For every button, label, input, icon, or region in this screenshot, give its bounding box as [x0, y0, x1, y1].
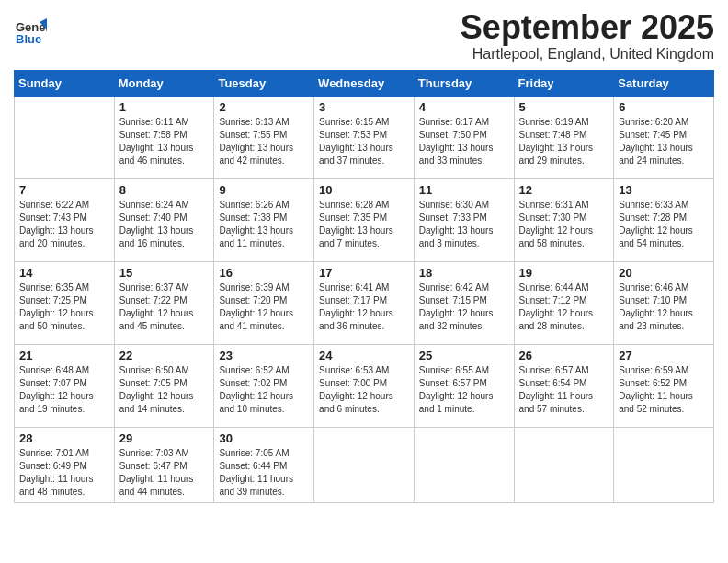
logo-icon: General Blue [14, 15, 47, 48]
day-number: 14 [19, 266, 109, 280]
calendar-cell: 10Sunrise: 6:28 AM Sunset: 7:35 PM Dayli… [314, 178, 415, 261]
day-number: 28 [19, 431, 109, 445]
calendar-cell: 3Sunrise: 6:15 AM Sunset: 7:53 PM Daylig… [314, 96, 415, 178]
day-number: 17 [319, 266, 409, 280]
calendar-cell [314, 427, 415, 502]
calendar-cell: 21Sunrise: 6:48 AM Sunset: 7:07 PM Dayli… [15, 344, 115, 427]
day-number: 12 [519, 183, 609, 197]
day-number: 11 [419, 183, 509, 197]
calendar-cell: 18Sunrise: 6:42 AM Sunset: 7:15 PM Dayli… [414, 261, 514, 344]
calendar-cell: 15Sunrise: 6:37 AM Sunset: 7:22 PM Dayli… [114, 261, 214, 344]
day-info: Sunrise: 6:26 AM Sunset: 7:38 PM Dayligh… [219, 199, 309, 250]
day-info: Sunrise: 6:41 AM Sunset: 7:17 PM Dayligh… [319, 282, 409, 333]
calendar-cell: 26Sunrise: 6:57 AM Sunset: 6:54 PM Dayli… [514, 344, 614, 427]
day-info: Sunrise: 6:31 AM Sunset: 7:30 PM Dayligh… [519, 199, 609, 250]
calendar-cell: 17Sunrise: 6:41 AM Sunset: 7:17 PM Dayli… [314, 261, 415, 344]
calendar-cell: 13Sunrise: 6:33 AM Sunset: 7:28 PM Dayli… [614, 178, 714, 261]
day-info: Sunrise: 6:22 AM Sunset: 7:43 PM Dayligh… [19, 199, 109, 250]
calendar-cell: 25Sunrise: 6:55 AM Sunset: 6:57 PM Dayli… [414, 344, 514, 427]
day-info: Sunrise: 6:17 AM Sunset: 7:50 PM Dayligh… [419, 116, 509, 167]
calendar-cell: 2Sunrise: 6:13 AM Sunset: 7:55 PM Daylig… [214, 96, 314, 178]
weekday-header-wednesday: Wednesday [314, 70, 415, 96]
calendar-cell: 22Sunrise: 6:50 AM Sunset: 7:05 PM Dayli… [114, 344, 214, 427]
day-info: Sunrise: 7:03 AM Sunset: 6:47 PM Dayligh… [119, 447, 210, 499]
calendar-week-5: 28Sunrise: 7:01 AM Sunset: 6:49 PM Dayli… [15, 427, 714, 502]
calendar-week-1: 1Sunrise: 6:11 AM Sunset: 7:58 PM Daylig… [15, 96, 714, 178]
calendar-week-2: 7Sunrise: 6:22 AM Sunset: 7:43 PM Daylig… [15, 178, 714, 261]
day-number: 8 [119, 183, 210, 197]
calendar-cell [514, 427, 614, 502]
day-number: 24 [319, 349, 409, 362]
svg-text:Blue: Blue [16, 32, 41, 46]
calendar-cell: 7Sunrise: 6:22 AM Sunset: 7:43 PM Daylig… [15, 178, 115, 261]
weekday-header-monday: Monday [114, 70, 214, 96]
weekday-header-tuesday: Tuesday [214, 70, 314, 96]
day-info: Sunrise: 7:05 AM Sunset: 6:44 PM Dayligh… [219, 447, 309, 499]
day-number: 18 [419, 266, 509, 280]
calendar-cell: 5Sunrise: 6:19 AM Sunset: 7:48 PM Daylig… [514, 96, 614, 178]
calendar-cell: 6Sunrise: 6:20 AM Sunset: 7:45 PM Daylig… [614, 96, 714, 178]
day-number: 13 [619, 183, 709, 197]
calendar-cell: 27Sunrise: 6:59 AM Sunset: 6:52 PM Dayli… [614, 344, 714, 427]
day-info: Sunrise: 7:01 AM Sunset: 6:49 PM Dayligh… [19, 447, 109, 499]
day-info: Sunrise: 6:48 AM Sunset: 7:07 PM Dayligh… [19, 364, 109, 416]
day-info: Sunrise: 6:19 AM Sunset: 7:48 PM Dayligh… [519, 116, 609, 167]
weekday-header-friday: Friday [514, 70, 614, 96]
day-info: Sunrise: 6:35 AM Sunset: 7:25 PM Dayligh… [19, 282, 109, 333]
calendar-cell: 19Sunrise: 6:44 AM Sunset: 7:12 PM Dayli… [514, 261, 614, 344]
day-info: Sunrise: 6:20 AM Sunset: 7:45 PM Dayligh… [619, 116, 709, 167]
page-header: General Blue September 2025 Hartlepool, … [14, 9, 714, 63]
calendar-cell [15, 96, 115, 178]
day-info: Sunrise: 6:52 AM Sunset: 7:02 PM Dayligh… [219, 364, 309, 416]
day-number: 7 [19, 183, 109, 197]
day-info: Sunrise: 6:11 AM Sunset: 7:58 PM Dayligh… [119, 116, 210, 167]
weekday-header-saturday: Saturday [614, 70, 714, 96]
day-number: 30 [219, 431, 309, 445]
day-number: 29 [119, 431, 210, 445]
weekday-header-thursday: Thursday [414, 70, 514, 96]
calendar-cell: 28Sunrise: 7:01 AM Sunset: 6:49 PM Dayli… [15, 427, 115, 502]
calendar-week-4: 21Sunrise: 6:48 AM Sunset: 7:07 PM Dayli… [15, 344, 714, 427]
day-number: 25 [419, 349, 509, 362]
calendar-cell [614, 427, 714, 502]
calendar-cell: 1Sunrise: 6:11 AM Sunset: 7:58 PM Daylig… [114, 96, 214, 178]
day-number: 3 [319, 100, 409, 114]
calendar-body: 1Sunrise: 6:11 AM Sunset: 7:58 PM Daylig… [15, 96, 714, 502]
day-number: 20 [619, 266, 709, 280]
calendar-cell: 29Sunrise: 7:03 AM Sunset: 6:47 PM Dayli… [114, 427, 214, 502]
day-info: Sunrise: 6:42 AM Sunset: 7:15 PM Dayligh… [419, 282, 509, 333]
day-number: 2 [219, 100, 309, 114]
calendar-table: SundayMondayTuesdayWednesdayThursdayFrid… [14, 70, 714, 503]
weekday-header-sunday: Sunday [15, 70, 115, 96]
day-info: Sunrise: 6:44 AM Sunset: 7:12 PM Dayligh… [519, 282, 609, 333]
day-number: 5 [519, 100, 609, 114]
day-number: 4 [419, 100, 509, 114]
day-number: 19 [519, 266, 609, 280]
logo: General Blue [14, 15, 47, 48]
day-number: 6 [619, 100, 709, 114]
day-info: Sunrise: 6:37 AM Sunset: 7:22 PM Dayligh… [119, 282, 210, 333]
calendar-cell: 14Sunrise: 6:35 AM Sunset: 7:25 PM Dayli… [15, 261, 115, 344]
title-block: September 2025 Hartlepool, England, Unit… [461, 9, 714, 63]
day-number: 16 [219, 266, 309, 280]
day-number: 26 [519, 349, 609, 362]
calendar-header-row: SundayMondayTuesdayWednesdayThursdayFrid… [15, 70, 714, 96]
day-number: 23 [219, 349, 309, 362]
day-info: Sunrise: 6:13 AM Sunset: 7:55 PM Dayligh… [219, 116, 309, 167]
calendar-cell: 12Sunrise: 6:31 AM Sunset: 7:30 PM Dayli… [514, 178, 614, 261]
day-info: Sunrise: 6:55 AM Sunset: 6:57 PM Dayligh… [419, 364, 509, 416]
day-info: Sunrise: 6:15 AM Sunset: 7:53 PM Dayligh… [319, 116, 409, 167]
day-info: Sunrise: 6:57 AM Sunset: 6:54 PM Dayligh… [519, 364, 609, 416]
calendar-cell: 30Sunrise: 7:05 AM Sunset: 6:44 PM Dayli… [214, 427, 314, 502]
day-number: 15 [119, 266, 210, 280]
calendar-cell: 9Sunrise: 6:26 AM Sunset: 7:38 PM Daylig… [214, 178, 314, 261]
calendar-cell [414, 427, 514, 502]
day-number: 22 [119, 349, 210, 362]
day-number: 10 [319, 183, 409, 197]
day-number: 21 [19, 349, 109, 362]
day-info: Sunrise: 6:46 AM Sunset: 7:10 PM Dayligh… [619, 282, 709, 333]
calendar-cell: 11Sunrise: 6:30 AM Sunset: 7:33 PM Dayli… [414, 178, 514, 261]
calendar-cell: 23Sunrise: 6:52 AM Sunset: 7:02 PM Dayli… [214, 344, 314, 427]
day-info: Sunrise: 6:30 AM Sunset: 7:33 PM Dayligh… [419, 199, 509, 250]
day-info: Sunrise: 6:28 AM Sunset: 7:35 PM Dayligh… [319, 199, 409, 250]
